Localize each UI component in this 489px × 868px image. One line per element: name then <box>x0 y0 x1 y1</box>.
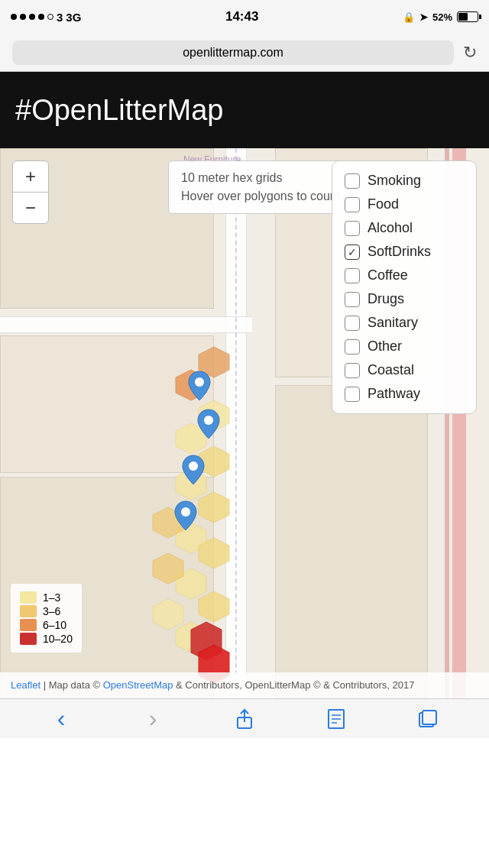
svg-point-19 <box>189 462 198 471</box>
legend-label-1: 1–3 <box>43 591 60 604</box>
map-container[interactable]: New Furniture 10 meter hex grids Hover o… <box>0 148 489 698</box>
status-bar: 3 3G 14:43 🔒 ➤ 52% <box>0 0 489 34</box>
map-pin-4[interactable] <box>173 500 199 532</box>
status-time: 14:43 <box>225 9 258 24</box>
checkbox-coffee[interactable] <box>345 268 360 283</box>
tabs-button[interactable] <box>409 702 447 736</box>
svg-point-20 <box>181 507 190 517</box>
filter-coffee[interactable]: Coffee <box>345 264 464 287</box>
legend-row-1: 1–3 <box>20 591 73 604</box>
back-icon: ‹ <box>57 704 66 733</box>
signal-dots <box>11 14 53 20</box>
legend-swatch-2 <box>20 605 37 617</box>
checkbox-smoking[interactable] <box>345 173 360 189</box>
osm-link[interactable]: OpenStreetMap <box>103 679 173 691</box>
legend-swatch-4 <box>20 633 37 645</box>
checkbox-other[interactable] <box>345 339 360 355</box>
status-left: 3 3G <box>11 11 81 24</box>
bookmarks-icon <box>326 708 346 730</box>
svg-marker-16 <box>153 599 183 630</box>
app-title: #OpenLitterMap <box>15 94 224 127</box>
legend-swatch-3 <box>20 619 37 631</box>
browser-bar: openlittermap.com ↻ <box>0 34 489 72</box>
dot-1 <box>11 14 17 20</box>
dot-3 <box>29 14 35 20</box>
reload-button[interactable]: ↻ <box>463 43 477 63</box>
filter-other[interactable]: Other <box>345 335 464 358</box>
legend-label-2: 3–6 <box>43 605 60 617</box>
legend-row-4: 10–20 <box>20 633 73 645</box>
tabs-icon <box>418 709 438 729</box>
svg-point-17 <box>195 377 204 387</box>
bottom-toolbar: ‹ › <box>0 698 489 738</box>
dot-5 <box>47 14 53 20</box>
svg-marker-4 <box>199 492 229 523</box>
svg-point-18 <box>204 416 213 425</box>
attribution-text2: & Contributors, OpenLitterMap © & Contri… <box>176 679 414 691</box>
map-pin-1[interactable] <box>186 370 212 402</box>
filter-softdrinks[interactable]: ✓ SoftDrinks <box>345 240 464 264</box>
filter-coastal[interactable]: Coastal <box>345 358 464 382</box>
bookmarks-button[interactable] <box>317 702 355 736</box>
lock-icon: 🔒 <box>403 11 415 23</box>
filter-label-pathway: Pathway <box>368 386 420 402</box>
filter-smoking[interactable]: Smoking <box>345 169 464 193</box>
location-icon: ➤ <box>419 11 428 23</box>
checkbox-sanitary[interactable] <box>345 316 360 331</box>
app-header: #OpenLitterMap <box>0 72 489 148</box>
zoom-out-button[interactable]: − <box>13 193 48 223</box>
legend-swatch-1 <box>20 591 37 604</box>
map-legend: 1–3 3–6 6–10 10–20 <box>11 584 82 653</box>
battery-fill <box>458 13 468 21</box>
checkbox-pathway[interactable] <box>345 387 360 402</box>
filter-label-food: Food <box>368 196 399 212</box>
zoom-controls: + − <box>12 160 49 224</box>
checkbox-softdrinks[interactable]: ✓ <box>345 245 360 260</box>
filter-label-drugs: Drugs <box>368 291 404 307</box>
filter-sanitary[interactable]: Sanitary <box>345 311 464 335</box>
legend-row-3: 6–10 <box>20 619 73 631</box>
map-pin-3[interactable] <box>180 454 206 486</box>
attribution-text1: | Map data © <box>44 679 103 691</box>
filter-label-alcohol: Alcohol <box>368 220 413 236</box>
leaflet-link[interactable]: Leaflet <box>11 679 40 691</box>
back-button[interactable]: ‹ <box>42 702 80 736</box>
legend-label-4: 10–20 <box>43 633 73 645</box>
filter-pathway[interactable]: Pathway <box>345 382 464 406</box>
filter-label-sanitary: Sanitary <box>368 315 418 331</box>
network-type: 3G <box>66 11 81 24</box>
battery-percent: 52% <box>432 11 452 23</box>
dot-2 <box>20 14 26 20</box>
filter-panel: Smoking Food Alcohol ✓ SoftDrinks Coffee… <box>332 160 477 414</box>
checkbox-alcohol[interactable] <box>345 221 360 236</box>
attribution: Leaflet | Map data © OpenStreetMap & Con… <box>0 672 489 698</box>
checkbox-food[interactable] <box>345 197 360 212</box>
filter-alcohol[interactable]: Alcohol <box>345 216 464 240</box>
filter-label-coffee: Coffee <box>368 267 408 283</box>
carrier-name: 3 <box>57 11 63 24</box>
battery-icon <box>457 11 478 22</box>
svg-rect-28 <box>423 711 436 724</box>
forward-button[interactable]: › <box>134 702 172 736</box>
map-tooltip: 10 meter hex grids Hover over polygons t… <box>168 160 357 214</box>
checkbox-coastal[interactable] <box>345 363 360 378</box>
filter-drugs[interactable]: Drugs <box>345 287 464 311</box>
zoom-in-button[interactable]: + <box>13 161 48 192</box>
legend-label-3: 6–10 <box>43 619 66 631</box>
dot-4 <box>38 14 44 20</box>
checkbox-drugs[interactable] <box>345 292 360 307</box>
map-pin-2[interactable] <box>196 408 222 440</box>
filter-label-smoking: Smoking <box>368 173 421 189</box>
url-text: openlittermap.com <box>183 46 283 60</box>
tooltip-line2: Hover over polygons to count. <box>181 187 344 206</box>
filter-label-softdrinks: SoftDrinks <box>368 244 431 260</box>
status-right: 🔒 ➤ 52% <box>403 11 478 23</box>
filter-food[interactable]: Food <box>345 193 464 216</box>
share-button[interactable] <box>225 702 264 736</box>
url-bar[interactable]: openlittermap.com <box>12 40 454 65</box>
svg-marker-8 <box>199 591 229 622</box>
filter-label-coastal: Coastal <box>368 362 414 378</box>
checkmark-softdrinks: ✓ <box>348 246 357 258</box>
legend-row-2: 3–6 <box>20 605 73 617</box>
tooltip-line1: 10 meter hex grids <box>181 169 344 187</box>
